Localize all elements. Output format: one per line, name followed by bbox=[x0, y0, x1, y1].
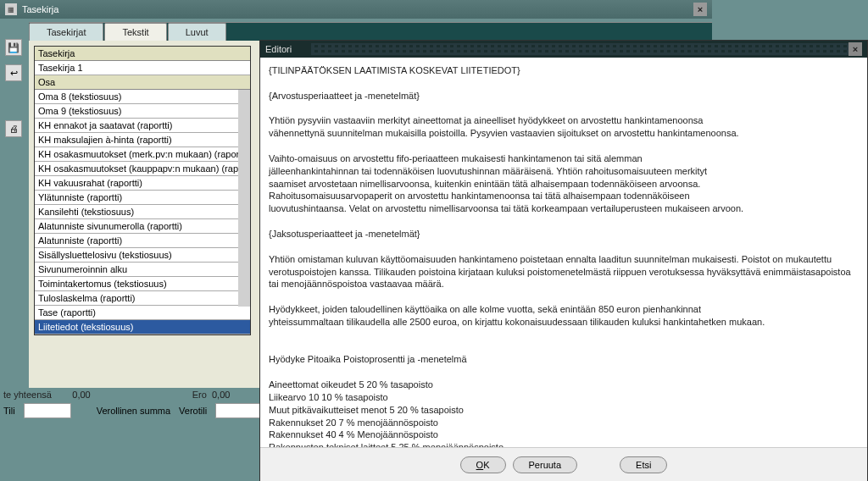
list-item[interactable]: Tuloslaskelma (raportti) bbox=[35, 291, 250, 306]
tab-luvut[interactable]: Luvut bbox=[168, 23, 226, 41]
editor-close-icon[interactable]: × bbox=[849, 42, 862, 56]
editor-title-text: Editori bbox=[265, 44, 292, 54]
list-item[interactable]: KH ennakot ja saatavat (raportti) bbox=[35, 119, 250, 133]
tab-tekstit[interactable]: Tekstit bbox=[104, 23, 166, 41]
verotili-label: Verotili bbox=[179, 406, 207, 416]
tree-header-osa: Osa bbox=[35, 75, 250, 90]
list-item-selected[interactable]: Liitetiedot (tekstiosuus) bbox=[35, 320, 250, 334]
editor-titlebar: Editori × bbox=[260, 41, 867, 58]
app-icon: ▦ bbox=[5, 3, 17, 15]
value-ero: 0,00 bbox=[212, 390, 230, 400]
label-ero: Ero bbox=[192, 390, 207, 400]
editor-buttons: OK Peruuta Etsi bbox=[260, 447, 867, 481]
tree-items: Oma 8 (tekstiosuus) Oma 9 (tekstiosuus) … bbox=[35, 90, 250, 334]
list-item[interactable]: KH vakuusrahat (raportti) bbox=[35, 176, 250, 191]
titlebar: ▦ Tasekirja × bbox=[0, 0, 712, 19]
tab-tasekirjat[interactable]: Tasekirjat bbox=[29, 23, 103, 41]
list-item[interactable]: Tase (raportti) bbox=[35, 306, 250, 320]
list-item[interactable]: KH osakasmuutokset (kauppapv:n mukaan) (… bbox=[35, 162, 250, 176]
editor-body[interactable]: {TILINPÄÄTÖKSEN LAATIMISTA KOSKEVAT LIIT… bbox=[260, 58, 867, 447]
list-item[interactable]: Sisällysluettelosivu (tekstiosuus) bbox=[35, 248, 250, 263]
tabs-strip: Tasekirjat Tekstit Luvut bbox=[0, 19, 712, 41]
tree-header-tasekirja: Tasekirja bbox=[35, 47, 250, 61]
list-item[interactable]: Sivunumeroinnin alku bbox=[35, 263, 250, 277]
list-item[interactable]: Alatunniste (raportti) bbox=[35, 234, 250, 248]
find-button[interactable]: Etsi bbox=[620, 456, 667, 473]
cancel-button[interactable]: Peruuta bbox=[513, 456, 578, 473]
back-icon[interactable]: ↩ bbox=[5, 64, 22, 81]
value-yhteensa: 0,00 bbox=[72, 390, 90, 400]
list-item[interactable]: Oma 8 (tekstiosuus) bbox=[35, 90, 250, 104]
list-item[interactable]: Kansilehti (tekstiosuus) bbox=[35, 205, 250, 219]
list-item[interactable]: Ylätunniste (raportti) bbox=[35, 191, 250, 205]
tree-row-tasekirja1[interactable]: Tasekirja 1 bbox=[35, 61, 250, 75]
editor-window: Editori × {TILINPÄÄTÖKSEN LAATIMISTA KOS… bbox=[259, 40, 868, 481]
list-item[interactable]: KH osakasmuutokset (merk.pv:n mukaan) (r… bbox=[35, 147, 250, 162]
tili-input[interactable] bbox=[24, 403, 71, 418]
print-icon[interactable]: 🖨 bbox=[5, 120, 22, 137]
label-yhteensa: te yhteensä bbox=[3, 390, 52, 400]
close-icon[interactable]: × bbox=[693, 3, 707, 16]
list-item[interactable]: Toimintakertomus (tekstiosuus) bbox=[35, 277, 250, 291]
list-item[interactable]: Oma 9 (tekstiosuus) bbox=[35, 104, 250, 119]
ok-button[interactable]: OK bbox=[460, 456, 506, 473]
titlebar-texture bbox=[311, 43, 850, 55]
save-icon[interactable]: 💾 bbox=[5, 39, 22, 56]
tree-box: Tasekirja Tasekirja 1 Osa Oma 8 (tekstio… bbox=[34, 46, 251, 335]
tili-label: Tili bbox=[3, 406, 15, 416]
verotili-input[interactable] bbox=[215, 403, 263, 418]
side-toolbar: 💾 ↩ 🖨 bbox=[5, 39, 25, 137]
list-item[interactable]: KH maksulajien à-hinta (raportti) bbox=[35, 133, 250, 147]
list-item[interactable]: Alatunniste sivunumerolla (raportti) bbox=[35, 219, 250, 234]
scrollbar[interactable] bbox=[238, 90, 250, 307]
window-title: Tasekirja bbox=[22, 4, 58, 14]
verollinen-label: Verollinen summa bbox=[97, 406, 170, 416]
